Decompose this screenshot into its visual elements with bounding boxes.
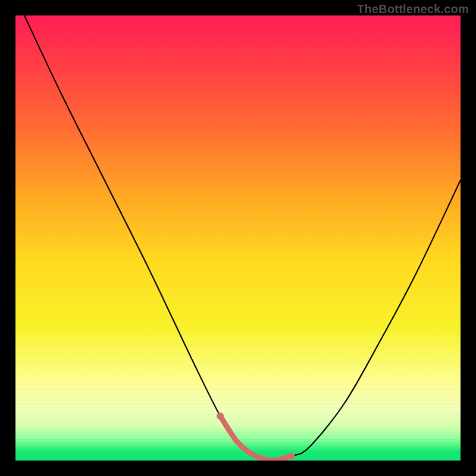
optimal-range-highlight [220,416,292,461]
optimal-range-end-dot [288,453,295,460]
plot-area [15,15,461,461]
chart-frame: TheBottleneck.com [0,0,476,476]
curve-layer [15,15,461,461]
bottleneck-curve [24,15,461,461]
optimal-range-start-dot [217,412,224,419]
watermark-text: TheBottleneck.com [357,2,469,16]
